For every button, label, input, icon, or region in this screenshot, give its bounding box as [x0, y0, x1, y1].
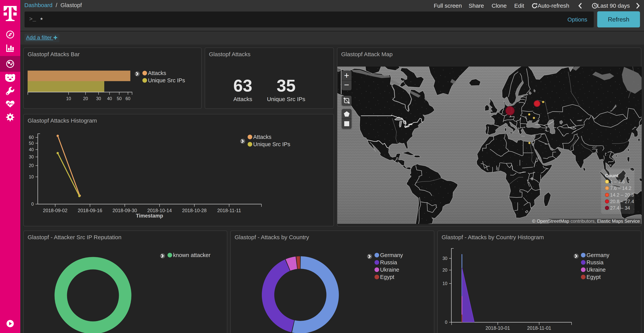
svg-text:Russia: Russia [380, 259, 397, 265]
svg-text:30: 30 [96, 96, 101, 101]
svg-text:Attacks: Attacks [253, 134, 272, 140]
svg-text:Unique Src IPs: Unique Src IPs [253, 141, 290, 147]
svg-text:20: 20 [83, 96, 88, 101]
svg-text:30: 30 [442, 256, 447, 261]
svg-text:2018-10-14: 2018-10-14 [148, 208, 172, 213]
svg-text:Egypt: Egypt [380, 274, 394, 280]
svg-text:20: 20 [442, 268, 447, 272]
svg-text:Egypt: Egypt [586, 274, 601, 280]
svg-text:Unique Src IPs: Unique Src IPs [148, 77, 185, 84]
svg-text:20.8 – 27.4: 20.8 – 27.4 [610, 199, 634, 204]
svg-text:27.4 – 34: 27.4 – 34 [610, 205, 630, 211]
svg-text:60: 60 [126, 96, 130, 101]
svg-text:7.6 – 14.2: 7.6 – 14.2 [610, 185, 631, 191]
svg-text:50: 50 [117, 96, 122, 101]
svg-text:Ukraine: Ukraine [586, 267, 606, 273]
svg-text:Germany: Germany [586, 252, 610, 258]
svg-text:© OpenStreetMap contributors,: © OpenStreetMap contributors, Elastic Ma… [532, 218, 640, 224]
svg-text:Ukraine: Ukraine [380, 267, 399, 273]
svg-text:Timestamp: Timestamp [136, 213, 163, 219]
svg-text:Russia: Russia [586, 259, 604, 265]
svg-text:2018-11-01: 2018-11-01 [527, 325, 551, 331]
svg-text:10: 10 [66, 96, 71, 101]
svg-text:2018-11-11: 2018-11-11 [217, 208, 241, 213]
svg-text:40: 40 [107, 96, 112, 101]
svg-text:10: 10 [442, 281, 447, 286]
svg-text:0: 0 [445, 320, 447, 325]
svg-text:10: 10 [29, 174, 34, 179]
svg-text:0: 0 [31, 202, 34, 207]
svg-text:known attacker: known attacker [173, 252, 210, 258]
svg-text:Count: Count [605, 173, 618, 178]
svg-text:Attacks: Attacks [148, 70, 166, 76]
svg-text:20: 20 [29, 163, 34, 168]
svg-text:2018-10-01: 2018-10-01 [486, 325, 510, 331]
svg-text:40: 40 [29, 147, 34, 152]
svg-text:1 – 7.6: 1 – 7.6 [610, 179, 625, 184]
svg-text:50: 50 [29, 141, 34, 146]
svg-text:30: 30 [29, 154, 34, 159]
svg-text:2018-09-02: 2018-09-02 [43, 208, 68, 213]
svg-text:60: 60 [29, 135, 34, 140]
svg-text:14.2 – 20.8: 14.2 – 20.8 [610, 192, 634, 198]
svg-text:2018-09-16: 2018-09-16 [78, 208, 102, 213]
svg-text:2018-10-28: 2018-10-28 [182, 208, 206, 213]
svg-text:Germany: Germany [380, 252, 403, 258]
svg-text:2018-09-30: 2018-09-30 [112, 208, 137, 213]
